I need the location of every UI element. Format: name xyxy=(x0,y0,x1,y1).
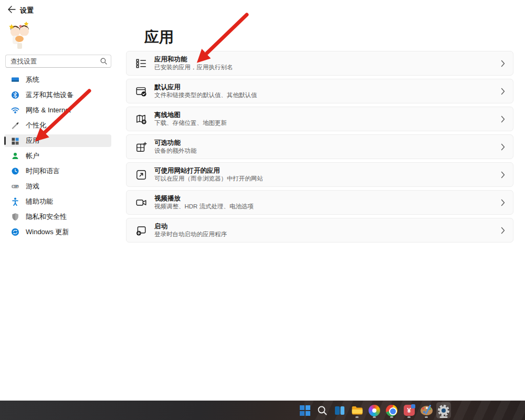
running-indicator xyxy=(373,416,376,418)
update-icon xyxy=(11,228,19,236)
sidebar-nav: 系统 蓝牙和其他设备 网络 & Internet 个性化 xyxy=(4,74,111,241)
sidebar-item-label: 隐私和安全性 xyxy=(26,212,67,222)
offline-maps-icon xyxy=(135,113,147,125)
chevron-right-icon xyxy=(501,143,505,151)
sidebar-item-label: 蓝牙和其他设备 xyxy=(26,90,74,100)
card-subtitle: 下载、存储位置、地图更新 xyxy=(154,120,227,127)
apps-icon xyxy=(11,136,19,145)
sidebar-item-personalization[interactable]: 个性化 xyxy=(4,119,111,132)
settings-taskbar-button[interactable] xyxy=(436,402,451,418)
paint-button[interactable] xyxy=(419,402,434,418)
color-wheel-browser-button[interactable] xyxy=(367,402,382,418)
person-icon xyxy=(11,152,19,160)
sidebar-item-privacy[interactable]: 隐私和安全性 xyxy=(4,211,111,223)
sidebar-item-apps[interactable]: 应用 xyxy=(4,134,111,147)
default-apps-icon xyxy=(135,86,147,97)
card-subtitle: 可以在应用（而非浏览器）中打开的网站 xyxy=(154,175,263,182)
search-icon xyxy=(317,405,328,416)
sidebar-item-label: 游戏 xyxy=(26,182,39,191)
running-indicator xyxy=(355,416,359,418)
card-subtitle: 设备的额外功能 xyxy=(154,148,197,154)
card-title: 启动 xyxy=(154,223,227,230)
chevron-right-icon xyxy=(501,88,505,95)
yuan-app-button[interactable]: ¥ xyxy=(402,402,416,418)
app-title: 设置 xyxy=(20,6,34,15)
color-wheel-browser-icon xyxy=(369,405,380,416)
card-title: 可使用网站打开的应用 xyxy=(154,167,263,174)
chevron-right-icon xyxy=(501,227,505,234)
back-button[interactable] xyxy=(5,3,18,16)
settings-window: 设置 系统 蓝牙和其他设 xyxy=(0,0,525,401)
card-subtitle: 视频调整、HDR 流式处理、电池选项 xyxy=(154,203,254,210)
bluetooth-icon xyxy=(11,91,19,99)
brush-icon xyxy=(11,121,19,130)
sidebar-item-windows-update[interactable]: Windows 更新 xyxy=(4,226,111,238)
settings-card-list: 应用和功能 已安装的应用，应用执行别名 默认应用 文件和链接类型的默认值、其他默… xyxy=(126,51,513,246)
yuan-app-icon: ¥ xyxy=(404,405,415,416)
card-title: 视频播放 xyxy=(154,195,254,202)
optional-features-icon xyxy=(135,141,147,153)
video-playback-icon xyxy=(135,197,147,208)
sidebar-item-label: Windows 更新 xyxy=(26,227,69,237)
paint-palette-icon xyxy=(421,406,433,415)
shield-icon xyxy=(11,213,19,221)
wifi-icon xyxy=(11,106,19,114)
gamepad-icon xyxy=(11,182,19,191)
search-icon[interactable] xyxy=(100,58,107,65)
chrome-button[interactable] xyxy=(384,402,399,418)
card-title: 应用和功能 xyxy=(154,56,233,63)
offline-maps-card[interactable]: 离线地图 下载、存储位置、地图更新 xyxy=(126,107,513,131)
video-playback-card[interactable]: 视频播放 视频调整、HDR 流式处理、电池选项 xyxy=(126,190,513,215)
card-title: 可选功能 xyxy=(154,139,197,146)
chevron-right-icon xyxy=(501,60,505,67)
startup-card[interactable]: 启动 登录时自动启动的应用程序 xyxy=(126,218,513,243)
apps-features-icon xyxy=(135,58,147,69)
sidebar-item-label: 辅助功能 xyxy=(26,197,53,206)
card-subtitle: 已安装的应用，应用执行别名 xyxy=(154,64,233,71)
card-subtitle: 登录时自动启动的应用程序 xyxy=(154,231,227,238)
windows-logo-icon xyxy=(300,405,310,416)
sidebar-item-gaming[interactable]: 游戏 xyxy=(4,180,111,193)
user-avatar xyxy=(6,20,34,50)
chevron-right-icon xyxy=(501,116,505,123)
running-indicator xyxy=(425,416,428,418)
apps-for-websites-icon xyxy=(135,169,147,181)
taskbar: ¥ xyxy=(0,401,525,420)
default-apps-card[interactable]: 默认应用 文件和链接类型的默认值、其他默认值 xyxy=(126,79,513,103)
sidebar-item-time-language[interactable]: 时间和语言 xyxy=(4,165,111,177)
sidebar-item-network[interactable]: 网络 & Internet xyxy=(4,104,111,117)
taskbar-search-button[interactable] xyxy=(315,402,330,418)
running-indicator xyxy=(390,416,393,418)
sidebar-item-accounts[interactable]: 帐户 xyxy=(4,150,111,162)
chrome-icon xyxy=(386,405,397,416)
sidebar-item-system[interactable]: 系统 xyxy=(4,74,111,86)
file-explorer-icon xyxy=(351,405,363,416)
page-title: 应用 xyxy=(144,27,174,47)
chevron-right-icon xyxy=(501,171,505,178)
startup-icon xyxy=(135,225,147,236)
apps-features-card[interactable]: 应用和功能 已安装的应用，应用执行别名 xyxy=(126,51,513,76)
card-subtitle: 文件和链接类型的默认值、其他默认值 xyxy=(154,92,257,99)
active-indicator xyxy=(440,416,448,418)
task-view-button[interactable] xyxy=(332,402,347,418)
start-button[interactable] xyxy=(298,402,312,418)
chevron-right-icon xyxy=(501,199,505,206)
file-explorer-button[interactable] xyxy=(350,402,364,418)
search-box xyxy=(5,55,111,68)
sidebar-item-bluetooth[interactable]: 蓝牙和其他设备 xyxy=(4,89,111,101)
search-input[interactable] xyxy=(10,55,97,67)
sidebar-item-label: 应用 xyxy=(26,136,39,145)
sidebar-item-label: 个性化 xyxy=(26,121,46,130)
running-indicator xyxy=(407,416,411,418)
clock-icon xyxy=(11,167,19,175)
accessibility-icon xyxy=(11,197,19,206)
card-title: 默认应用 xyxy=(154,83,257,91)
task-view-icon xyxy=(334,405,345,416)
sidebar-item-accessibility[interactable]: 辅助功能 xyxy=(4,195,111,208)
back-arrow-icon xyxy=(7,6,16,13)
card-title: 离线地图 xyxy=(154,111,227,119)
sidebar-item-label: 帐户 xyxy=(26,151,39,161)
sidebar-item-label: 系统 xyxy=(26,75,39,85)
apps-for-websites-card[interactable]: 可使用网站打开的应用 可以在应用（而非浏览器）中打开的网站 xyxy=(126,162,513,187)
optional-features-card[interactable]: 可选功能 设备的额外功能 xyxy=(126,134,513,159)
